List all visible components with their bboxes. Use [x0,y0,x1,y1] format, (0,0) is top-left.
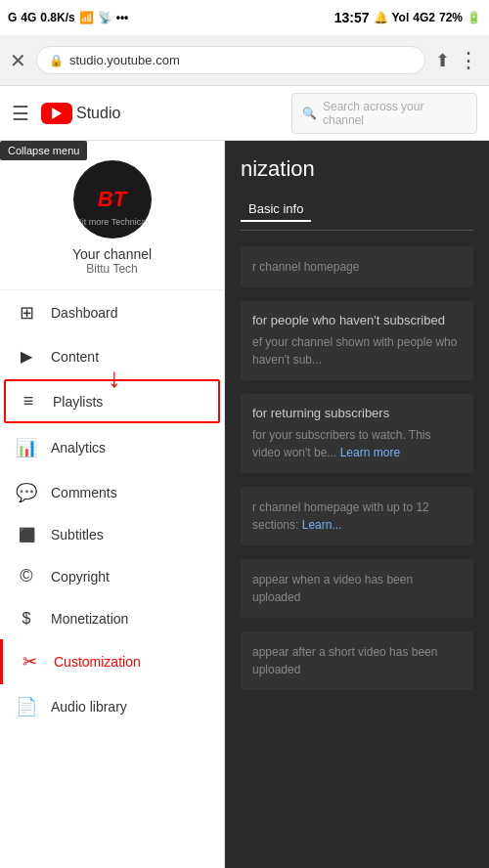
section-homepage-sections-desc: r channel homepage with up to 12 section… [252,499,462,534]
section-unsubscribed-title: for people who haven't subscribed [252,313,462,327]
hamburger-menu[interactable]: ☰ [12,102,29,125]
share-icon[interactable]: ⬆ [435,50,450,71]
battery-icon: 🔋 [467,11,481,24]
avatar-initials: BT [98,187,126,212]
playlists-icon: ≡ [18,391,39,412]
monetization-label: Monetization [51,611,128,627]
analytics-label: Analytics [51,440,106,456]
section-unsubscribed: for people who haven't subscribed ef you… [241,301,473,380]
section-homepage: r channel homepage [241,246,473,287]
your-channel-label: Your channel [72,246,152,262]
audio-library-label: Audio library [51,699,127,715]
nav-item-content[interactable]: ▶ Content ↓ [0,335,224,377]
section-tabs: Basic info [241,197,473,231]
red-arrow-icon: ↓ [108,363,121,394]
nav-item-customization[interactable]: ✂ Customization [0,639,224,684]
nav-item-audio-library[interactable]: 📄 Audio library [0,684,224,729]
nav-item-monetization[interactable]: $ Monetization [0,598,224,639]
customization-label: Customization [54,654,141,670]
status-bar: G 4G 0.8K/s 📶 📡 ••• 13:57 🔔 Yol 4G2 72% … [0,0,489,35]
status-left: G 4G 0.8K/s 📶 📡 ••• [8,11,128,24]
section-unsubscribed-desc: ef your channel shown with people who ha… [252,333,462,369]
status-time: 13:57 [334,10,370,25]
sidebar-inner: Collapse menu BT Bit more Technical Your… [0,86,224,729]
4g2-indicator: 4G2 [413,11,435,24]
main-content: nization Basic info r channel homepage f… [225,86,489,868]
section-homepage-desc: r channel homepage [252,258,462,276]
learn-link[interactable]: Learn... [302,518,342,532]
section-short-uploaded: appear after a short video has been uplo… [241,631,473,690]
avatar: BT Bit more Technical [73,160,152,239]
browser-bar: ✕ 🔒 studio.youtube.com ⬆ ⋮ [0,35,489,86]
vibrate-icon: 🔔 [374,11,388,24]
playlists-label: Playlists [53,394,103,410]
analytics-icon: 📊 [16,437,37,458]
section-video-uploaded: appear when a video has been uploaded [241,559,473,618]
search-placeholder: Search across your channel [323,100,467,127]
lock-icon: 🔒 [49,54,64,67]
content-sections: r channel homepage for people who haven'… [241,246,473,690]
section-video-uploaded-desc: appear when a video has been uploaded [252,571,462,606]
dashboard-label: Dashboard [51,305,118,321]
section-returning-title: for returning subscribers [252,406,462,420]
status-right: 13:57 🔔 Yol 4G2 72% 🔋 [334,10,481,25]
url-text: studio.youtube.com [69,53,180,67]
browser-actions: ⬆ ⋮ [435,48,479,73]
battery-level: 72% [439,11,463,24]
more-icon: ••• [116,11,129,24]
section-short-uploaded-desc: appear after a short video has been uplo… [252,643,462,678]
signal-4g: 4G [21,11,36,24]
learn-more-link[interactable]: Learn more [340,446,400,459]
url-bar[interactable]: 🔒 studio.youtube.com [36,46,425,74]
nav-item-dashboard[interactable]: ⊞ Dashboard [0,290,224,335]
nav-item-subtitles[interactable]: ⬛ Subtitles [0,515,224,554]
section-returning-desc: for your subscribers to watch. This vide… [252,426,462,461]
tab-basic-info[interactable]: Basic info [241,197,311,222]
collapse-tooltip[interactable]: Collapse menu [0,141,87,160]
audio-library-icon: 📄 [16,696,37,717]
dashboard-icon: ⊞ [16,302,37,324]
section-returning: for returning subscribers for your subsc… [241,394,473,473]
sidebar: Collapse menu BT Bit more Technical Your… [0,86,225,868]
content-label: Content [51,349,99,365]
search-icon: 🔍 [302,107,317,120]
copyright-icon: © [16,566,37,586]
subtitles-label: Subtitles [51,527,104,542]
yt-logo-icon [41,103,72,124]
content-icon: ▶ [16,347,37,366]
copyright-label: Copyright [51,569,110,585]
nav-item-comments[interactable]: 💬 Comments [0,470,224,515]
youtube-logo: Studio [41,103,120,124]
signal-bar: Yol [392,11,410,24]
subtitles-icon: ⬛ [16,527,37,542]
network-speed: 0.8K/s [40,11,74,24]
comments-label: Comments [51,485,117,500]
page-title: nization [241,156,473,182]
broadcast-icon: 📡 [98,11,112,24]
avatar-subtitle: Bit more Technical [76,217,148,227]
signal-g: G [8,11,17,24]
studio-label: Studio [76,105,120,122]
customization-icon: ✂ [19,651,40,673]
channel-name: Bittu Tech [86,262,137,276]
app-container: ☰ Studio 🔍 Search across your channel Co… [0,86,489,868]
top-nav: ☰ Studio 🔍 Search across your channel [0,86,489,141]
nav-item-analytics[interactable]: 📊 Analytics [0,425,224,470]
signal-icon: 📶 [79,11,94,24]
monetization-icon: $ [16,610,37,628]
more-options-icon[interactable]: ⋮ [458,48,479,73]
comments-icon: 💬 [16,482,37,503]
browser-close-button[interactable]: ✕ [10,49,26,72]
main-inner: nization Basic info r channel homepage f… [225,141,489,706]
channel-profile: BT Bit more Technical Your channel Bittu… [0,141,224,290]
nav-item-copyright[interactable]: © Copyright [0,554,224,598]
search-bar[interactable]: 🔍 Search across your channel [291,93,477,134]
section-homepage-sections: r channel homepage with up to 12 section… [241,487,473,545]
